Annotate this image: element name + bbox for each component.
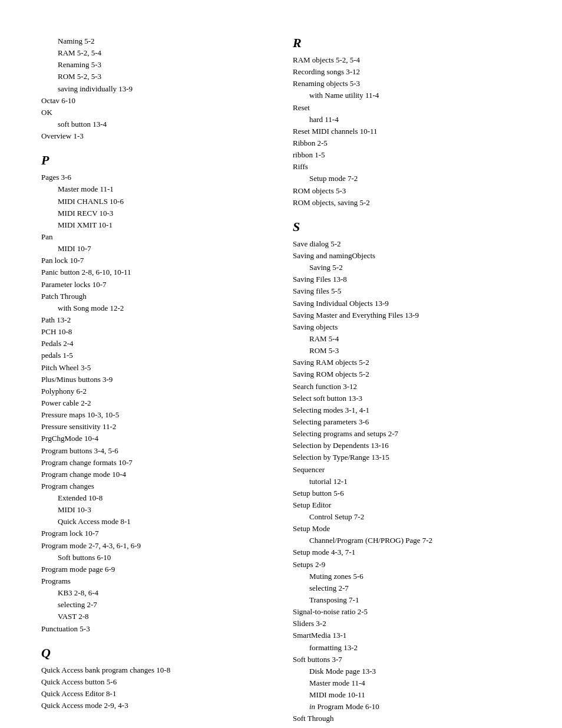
- entry-programs-selecting: selecting 2-7: [41, 599, 269, 611]
- entry-ok: OK: [41, 107, 269, 118]
- entry-parameter-locks: Parameter locks 10-7: [41, 279, 269, 291]
- entry-pan-midi: MIDI 10-7: [41, 243, 269, 255]
- entry-punctuation: Punctuation 5-3: [41, 623, 269, 635]
- entry-programs-kb3: KB3 2-8, 6-4: [41, 587, 269, 599]
- section-q: Q: [41, 645, 269, 661]
- entry-saving-individually: saving individually 13-9: [41, 83, 269, 95]
- entry-saving-ram-objects: Saving RAM objects 5-2: [293, 357, 521, 368]
- entry-program-mode-page: Program mode page 6-9: [41, 564, 269, 575]
- entry-soft-buttons-midi: MIDI mode 10-11: [293, 689, 521, 701]
- entry-programs-vast: VAST 2-8: [41, 611, 269, 622]
- entry-renaming: Renaming 5-3: [41, 59, 269, 71]
- entry-soft-button: soft button 13-4: [41, 118, 269, 130]
- entry-sequencer: Sequencer: [293, 464, 521, 476]
- entry-program-mode-soft: Soft buttons 6-10: [41, 552, 269, 564]
- entry-qa-mode: Quick Access mode 2-9, 4-3: [41, 700, 269, 711]
- entry-riffs: Riffs: [293, 161, 521, 173]
- entry-program-change-mode: Program change mode 10-4: [41, 469, 269, 480]
- entry-qa-bank: Quick Access bank program changes 10-8: [41, 664, 269, 676]
- entry-rom-objects-saving: ROM objects, saving 5-2: [293, 197, 521, 209]
- entry-renaming-name-utility: with Name utility 11-4: [293, 90, 521, 101]
- entry-program-changes-extended: Extended 10-8: [41, 492, 269, 504]
- entry-program-change-formats: Program change formats 10-7: [41, 457, 269, 469]
- entry-sequencer-tutorial: tutorial 12-1: [293, 476, 521, 487]
- entry-saving-master: Saving Master and Everything Files 13-9: [293, 309, 521, 321]
- entry-soft-through-song: with Song Mode 12-2: [293, 725, 521, 728]
- entry-pressure-maps: Pressure maps 10-3, 10-5: [41, 409, 269, 421]
- entry-ribbon: Ribbon 2-5: [293, 137, 521, 149]
- r-entries: RAM objects 5-2, 5-4 Recording songs 3-1…: [293, 54, 521, 209]
- entry-program-changes: Program changes: [41, 480, 269, 492]
- entry-setup-editor-control: Control Setup 7-2: [293, 511, 521, 523]
- entry-qa-button: Quick Access button 5-6: [41, 676, 269, 688]
- entry-programs: Programs: [41, 575, 269, 587]
- s-entries: Save dialog 5-2 Saving and namingObjects…: [293, 238, 521, 728]
- entry-select-soft-button: Select soft button 13-3: [293, 393, 521, 404]
- entry-selection-dependents: Selection by Dependents 13-16: [293, 440, 521, 452]
- entry-setups-selecting: selecting 2-7: [293, 582, 521, 594]
- q-entries: Quick Access bank program changes 10-8 Q…: [41, 664, 269, 712]
- entry-soft-buttons-disk: Disk Mode page 13-3: [293, 666, 521, 677]
- entry-saving-objects: Saving objects: [293, 321, 521, 333]
- entry-pages-midi-chanls: MIDI CHANLS 10-6: [41, 196, 269, 207]
- entry-rom-objects: ROM objects 5-3: [293, 185, 521, 197]
- entry-setups-transposing: Transposing 7-1: [293, 594, 521, 606]
- entry-selecting-parameters: Selecting parameters 3-6: [293, 416, 521, 428]
- entry-pedals: Pedals 2-4: [41, 338, 269, 350]
- page: Naming 5-2 RAM 5-2, 5-4 Renaming 5-3 ROM…: [0, 0, 562, 728]
- entry-setup-mode-channel: Channel/Program (CH/PROG) Page 7-2: [293, 535, 521, 546]
- p-entries: Pages 3-6 Master mode 11-1 MIDI CHANLS 1…: [41, 172, 269, 634]
- section-s: S: [293, 219, 521, 235]
- entry-riffs-setup: Setup mode 7-2: [293, 173, 521, 185]
- entry-setup-button: Setup button 5-6: [293, 487, 521, 499]
- entry-soft-buttons: Soft buttons 3-7: [293, 654, 521, 666]
- entry-selection-type-range: Selection by Type/Range 13-15: [293, 452, 521, 463]
- entry-saving-naming-sub: Saving 5-2: [293, 262, 521, 274]
- entry-polyphony: Polyphony 6-2: [41, 386, 269, 397]
- entry-signal-noise: Signal-to-noise ratio 2-5: [293, 606, 521, 618]
- entry-patch-through-song: with Song mode 12-2: [41, 302, 269, 314]
- entry-saving-files-lower: Saving files 5-5: [293, 285, 521, 297]
- entry-pressure-sensitivity: Pressure sensitivity 11-2: [41, 421, 269, 433]
- entry-panic-button: Panic button 2-8, 6-10, 10-11: [41, 266, 269, 278]
- entry-selecting-programs: Selecting programs and setups 2-7: [293, 428, 521, 440]
- entry-setups-muting: Muting zones 5-6: [293, 571, 521, 582]
- entry-ribbon-lower: ribbon 1-5: [293, 149, 521, 161]
- entry-pitch-wheel: Pitch Wheel 3-5: [41, 362, 269, 374]
- entry-ram-objects: RAM objects 5-2, 5-4: [293, 54, 521, 66]
- entry-pan: Pan: [41, 231, 269, 243]
- entry-rom: ROM 5-2, 5-3: [41, 71, 269, 83]
- entry-saving-objects-ram: RAM 5-4: [293, 333, 521, 345]
- entry-prgchgmode: PrgChgMode 10-4: [41, 433, 269, 444]
- entry-plus-minus: Plus/Minus buttons 3-9: [41, 374, 269, 386]
- entry-smartmedia: SmartMedia 13-1: [293, 630, 521, 641]
- entry-saving-objects-rom: ROM 5-3: [293, 345, 521, 357]
- entry-pan-lock: Pan lock 10-7: [41, 255, 269, 266]
- entry-pages-midi-recv: MIDI RECV 10-3: [41, 207, 269, 219]
- entry-saving-rom-objects: Saving ROM objects 5-2: [293, 368, 521, 380]
- entry-save-dialog: Save dialog 5-2: [293, 238, 521, 250]
- entry-setup-mode: Setup Mode: [293, 523, 521, 535]
- entry-pages-midi-xmit: MIDI XMIT 10-1: [41, 219, 269, 231]
- entry-reset: Reset: [293, 102, 521, 114]
- entry-saving-files-cap: Saving Files 13-8: [293, 274, 521, 285]
- entry-program-changes-midi: MIDI 10-3: [41, 504, 269, 516]
- entry-search-function: Search function 3-12: [293, 381, 521, 393]
- entry-qa-editor: Quick Access Editor 8-1: [41, 688, 269, 700]
- entry-smartmedia-formatting: formatting 13-2: [293, 642, 521, 654]
- entry-reset-hard: hard 11-4: [293, 114, 521, 126]
- entry-pages-master: Master mode 11-1: [41, 183, 269, 195]
- entry-setups: Setups 2-9: [293, 559, 521, 571]
- entry-program-mode: Program mode 2-7, 4-3, 6-1, 6-9: [41, 540, 269, 552]
- entry-pages: Pages 3-6: [41, 172, 269, 183]
- entry-setup-editor: Setup Editor: [293, 499, 521, 511]
- entry-saving-individual: Saving Individual Objects 13-9: [293, 298, 521, 309]
- entry-overview: Overview 1-3: [41, 130, 269, 142]
- entry-pedals-lower: pedals 1-5: [41, 350, 269, 361]
- entry-path: Path 13-2: [41, 314, 269, 326]
- entry-sliders: Sliders 3-2: [293, 618, 521, 630]
- entry-recording-songs: Recording songs 3-12: [293, 66, 521, 78]
- entry-soft-buttons-program: in Program Mode 6-10: [293, 701, 521, 713]
- entry-renaming-objects: Renaming objects 5-3: [293, 78, 521, 90]
- entry-ram: RAM 5-2, 5-4: [41, 47, 269, 59]
